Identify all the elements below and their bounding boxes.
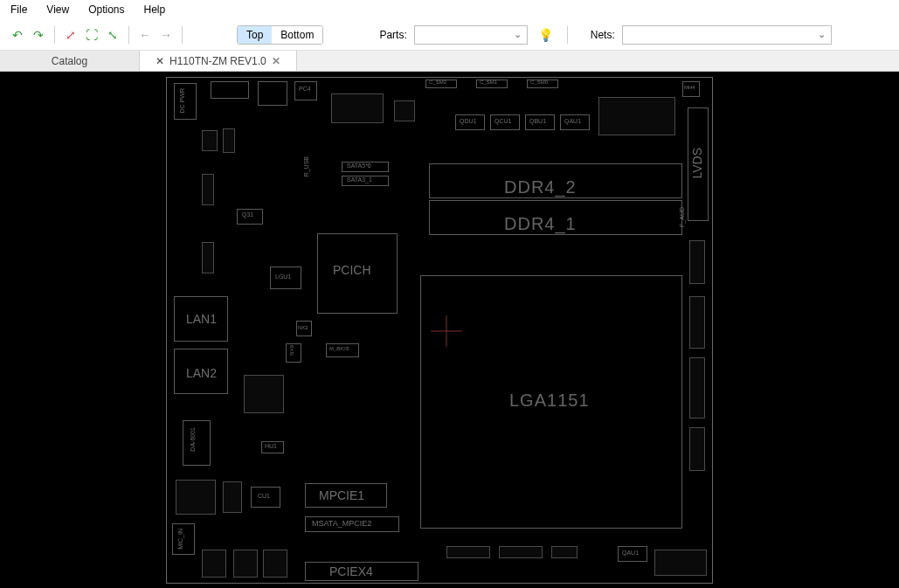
- layer-top-button[interactable]: Top: [238, 26, 272, 44]
- zoom-fit-icon[interactable]: ⛶: [83, 26, 100, 44]
- nets-label: Nets:: [591, 29, 615, 41]
- layer-toggle: Top Bottom: [237, 25, 323, 45]
- menu-help[interactable]: Help: [144, 3, 166, 16]
- menu-options[interactable]: Options: [88, 3, 124, 16]
- pcb-viewport[interactable]: DC PWR PC4 C_SM2 C_SM1 C_SM0 MH4 QDU1 QC…: [0, 72, 899, 588]
- close-icon[interactable]: ✕: [272, 55, 280, 67]
- nets-combo[interactable]: ⌄: [622, 25, 832, 45]
- shuffle-icon: ✕: [156, 55, 164, 67]
- parts-combo[interactable]: ⌄: [414, 25, 528, 45]
- tab-catalog[interactable]: Catalog: [0, 51, 140, 71]
- zoom-out-icon[interactable]: ⤡: [104, 26, 121, 44]
- redo-icon[interactable]: ↷: [30, 26, 47, 44]
- undo-icon[interactable]: ↶: [9, 26, 26, 44]
- pcb-outline: DC PWR PC4 C_SM2 C_SM1 C_SM0 MH4 QDU1 QC…: [166, 77, 713, 584]
- tab-board[interactable]: ✕ H110TN-ZM REV1.0 ✕: [140, 51, 297, 71]
- menu-file[interactable]: File: [10, 3, 27, 16]
- separator: [567, 26, 568, 44]
- toolbar: ↶ ↷ ⤢ ⛶ ⤡ ← → Top Bottom Parts: ⌄ 💡 Nets…: [0, 19, 899, 51]
- next-icon[interactable]: →: [157, 26, 175, 44]
- tab-strip: Catalog ✕ H110TN-ZM REV1.0 ✕: [0, 51, 899, 72]
- separator: [54, 26, 55, 44]
- zoom-in-icon[interactable]: ⤢: [62, 26, 80, 44]
- layer-bottom-button[interactable]: Bottom: [272, 26, 322, 44]
- comp-dc-pwr: [174, 83, 197, 120]
- separator: [128, 26, 129, 44]
- menubar: File View Options Help: [0, 0, 899, 19]
- prev-icon[interactable]: ←: [136, 26, 154, 44]
- separator: [182, 26, 183, 44]
- parts-label: Parts:: [379, 29, 406, 41]
- menu-view[interactable]: View: [46, 3, 69, 16]
- highlight-icon[interactable]: 💡: [538, 28, 553, 42]
